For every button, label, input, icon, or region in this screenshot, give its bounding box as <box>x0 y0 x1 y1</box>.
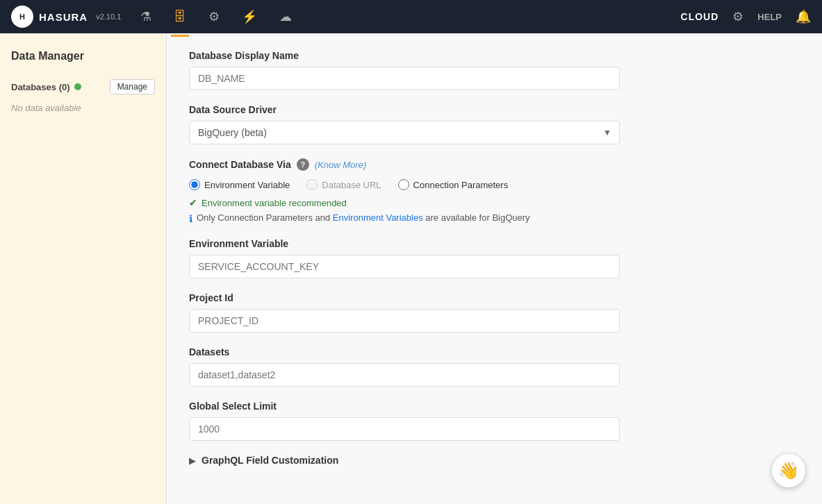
topnav: H HASURA v2.10.1 ⚗ 🗄 ⚙ ⚡ ☁ CLOUD ⚙ HELP … <box>0 0 822 33</box>
help-tooltip-icon[interactable]: ? <box>297 158 309 171</box>
info-link[interactable]: Environment Variables <box>333 212 423 223</box>
status-dot <box>74 83 81 90</box>
radio-env-var[interactable]: Environment Variable <box>189 179 290 190</box>
datasets-input[interactable] <box>189 363 620 387</box>
chevron-right-icon: ▶ <box>189 455 196 466</box>
global-select-limit-label: Global Select Limit <box>189 401 800 412</box>
data-source-driver-label: Data Source Driver <box>189 104 800 115</box>
project-id-section: Project Id <box>189 292 800 333</box>
env-recommended-text: Environment variable recommended <box>202 198 347 208</box>
nav-icons: ⚗ 🗄 ⚙ ⚡ ☁ <box>138 6 680 27</box>
databases-section: Databases (0) Manage <box>0 74 166 100</box>
no-data-text: No data available <box>0 100 166 116</box>
settings-cog-icon[interactable]: ⚙ <box>206 6 222 27</box>
global-select-limit-section: Global Select Limit <box>189 401 800 441</box>
db-display-name-label: Database Display Name <box>189 50 800 61</box>
logo-icon: H <box>11 6 33 28</box>
info-row: ℹ Only Connection Parameters and Environ… <box>189 212 800 224</box>
data-source-driver-section: Data Source Driver BigQuery (beta) Postg… <box>189 104 800 144</box>
green-check-icon: ✔ <box>189 197 197 208</box>
radio-env-var-input[interactable] <box>189 179 200 190</box>
radio-env-var-label: Environment Variable <box>204 180 290 190</box>
content-area: Database Display Name Data Source Driver… <box>167 33 822 504</box>
sidebar: Data Manager Databases (0) Manage No dat… <box>0 33 167 504</box>
data-source-driver-wrapper: BigQuery (beta) PostgreSQL MySQL MSSQL ▼ <box>189 121 620 144</box>
db-display-name-section: Database Display Name <box>189 50 800 90</box>
bell-icon[interactable]: 🔔 <box>796 9 811 24</box>
cloud-button[interactable]: CLOUD <box>681 11 719 22</box>
cloud-nav-icon[interactable]: ☁ <box>277 6 295 27</box>
sidebar-title: Data Manager <box>0 44 166 74</box>
graphql-customization-label: GraphQL Field Customization <box>202 455 338 466</box>
gear-icon[interactable]: ⚙ <box>732 9 743 24</box>
project-id-input[interactable] <box>189 309 620 333</box>
flask-icon[interactable]: ⚗ <box>138 6 154 27</box>
data-source-driver-select[interactable]: BigQuery (beta) PostgreSQL MySQL MSSQL <box>189 121 620 144</box>
databases-text: Databases (0) <box>11 82 70 92</box>
info-icon: ℹ <box>189 213 192 224</box>
db-display-name-input[interactable] <box>189 67 620 90</box>
connect-via-label: Connect Database Via <box>189 159 291 170</box>
main-layout: Data Manager Databases (0) Manage No dat… <box>0 33 822 504</box>
lightning-icon[interactable]: ⚡ <box>239 6 260 27</box>
env-variable-input[interactable] <box>189 255 620 278</box>
database-icon[interactable]: 🗄 <box>171 7 189 27</box>
env-variable-label: Environment Variable <box>189 238 800 249</box>
manage-button[interactable]: Manage <box>110 79 155 94</box>
connect-via-row: Connect Database Via ? (Know More) <box>189 158 800 171</box>
topnav-right: CLOUD ⚙ HELP 🔔 <box>681 9 811 24</box>
connect-via-radio-group: Environment Variable Database URL Connec… <box>189 179 800 190</box>
connect-via-section: Connect Database Via ? (Know More) Envir… <box>189 158 800 224</box>
project-id-label: Project Id <box>189 292 800 303</box>
env-recommended-row: ✔ Environment variable recommended <box>189 197 800 208</box>
datasets-section: Datasets <box>189 346 800 387</box>
logo-text: HASURA <box>39 11 88 23</box>
datasets-label: Datasets <box>189 346 800 358</box>
logo-version: v2.10.1 <box>96 12 121 21</box>
floating-chat-button[interactable]: 👋 <box>772 454 805 487</box>
radio-db-url-input[interactable] <box>306 179 318 190</box>
radio-conn-params[interactable]: Connection Parameters <box>398 179 509 190</box>
know-more-link[interactable]: (Know More) <box>315 160 366 170</box>
databases-label: Databases (0) <box>11 82 81 92</box>
help-button[interactable]: HELP <box>757 12 782 22</box>
graphql-customization-section[interactable]: ▶ GraphQL Field Customization <box>189 455 800 466</box>
wave-emoji: 👋 <box>778 461 799 480</box>
info-text: Only Connection Parameters and Environme… <box>197 212 530 223</box>
env-variable-section: Environment Variable <box>189 238 800 278</box>
radio-db-url[interactable]: Database URL <box>306 179 381 190</box>
radio-conn-params-label: Connection Parameters <box>413 180 509 190</box>
radio-conn-params-input[interactable] <box>398 179 409 190</box>
global-select-limit-input[interactable] <box>189 417 620 441</box>
logo[interactable]: H HASURA v2.10.1 <box>11 6 121 28</box>
radio-db-url-label: Database URL <box>322 180 381 190</box>
